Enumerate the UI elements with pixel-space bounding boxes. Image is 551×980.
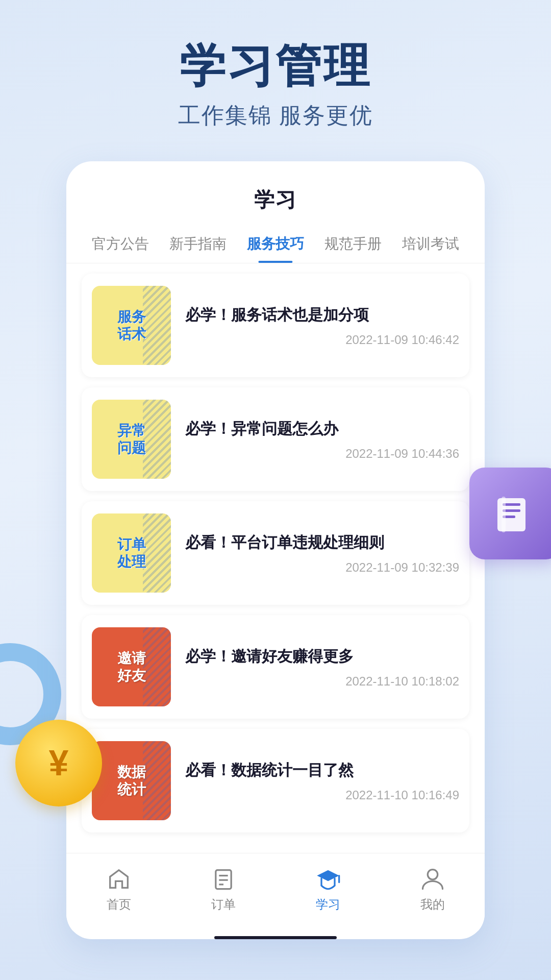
item-thumbnail-2: 异常问题 bbox=[92, 400, 171, 479]
nav-mine[interactable]: 我的 bbox=[407, 866, 458, 913]
item-title-3: 必看！平台订单违规处理细则 bbox=[185, 532, 459, 553]
item-time-2: 2022-11-09 10:44:36 bbox=[185, 447, 459, 461]
svg-rect-4 bbox=[502, 497, 506, 532]
nav-mine-label: 我的 bbox=[420, 896, 445, 913]
svg-point-9 bbox=[428, 870, 438, 880]
tab-guide[interactable]: 新手指南 bbox=[169, 234, 227, 263]
item-title-2: 必学！异常问题怎么办 bbox=[185, 418, 459, 439]
item-title-5: 必看！数据统计一目了然 bbox=[185, 760, 459, 781]
nav-order-label: 订单 bbox=[211, 896, 236, 913]
page-subtitle: 工作集锦 服务更优 bbox=[0, 101, 551, 131]
list-item[interactable]: 异常问题 必学！异常问题怎么办 2022-11-09 10:44:36 bbox=[82, 387, 469, 491]
bottom-nav: 首页 订单 bbox=[66, 853, 485, 931]
item-thumbnail-3: 订单处理 bbox=[92, 513, 171, 593]
nav-home[interactable]: 首页 bbox=[93, 866, 144, 913]
item-content-3: 必看！平台订单违规处理细则 2022-11-09 10:32:39 bbox=[185, 532, 459, 575]
item-title-1: 必学！服务话术也是加分项 bbox=[185, 304, 459, 326]
tab-exam[interactable]: 培训考试 bbox=[402, 234, 459, 263]
tab-bar: 官方公告 新手指南 服务技巧 规范手册 培训考试 bbox=[66, 219, 485, 263]
nav-order[interactable]: 订单 bbox=[198, 866, 249, 913]
learn-icon bbox=[315, 866, 341, 892]
item-content-2: 必学！异常问题怎么办 2022-11-09 10:44:36 bbox=[185, 418, 459, 461]
mine-icon bbox=[419, 866, 446, 892]
page-header: 学习管理 工作集锦 服务更优 bbox=[0, 0, 551, 161]
item-time-3: 2022-11-09 10:32:39 bbox=[185, 560, 459, 575]
deco-coin: ¥ bbox=[15, 720, 102, 806]
home-indicator bbox=[214, 936, 337, 939]
order-icon bbox=[210, 866, 237, 892]
deco-book-icon bbox=[469, 468, 551, 559]
card-title: 学习 bbox=[66, 161, 485, 214]
phone-wrapper: ¥ 学习 官方公告 新手指南 服务技巧 规范手册 培训考试 服务话术 bbox=[0, 161, 551, 939]
nav-home-label: 首页 bbox=[107, 896, 131, 913]
item-time-1: 2022-11-09 10:46:42 bbox=[185, 333, 459, 347]
item-content-5: 必看！数据统计一目了然 2022-11-10 10:16:49 bbox=[185, 760, 459, 802]
list-item[interactable]: 订单处理 必看！平台订单违规处理细则 2022-11-09 10:32:39 bbox=[82, 501, 469, 605]
tab-manual[interactable]: 规范手册 bbox=[324, 234, 382, 263]
page-title: 学习管理 bbox=[0, 41, 551, 91]
item-thumbnail-1: 服务话术 bbox=[92, 286, 171, 365]
item-content-1: 必学！服务话术也是加分项 2022-11-09 10:46:42 bbox=[185, 304, 459, 347]
page-wrapper: 学习管理 工作集锦 服务更优 ¥ 学习 官方公告 新手指南 bbox=[0, 0, 551, 980]
item-thumbnail-5: 数据统计 bbox=[92, 741, 171, 820]
home-icon bbox=[106, 866, 132, 892]
item-time-4: 2022-11-10 10:18:02 bbox=[185, 674, 459, 689]
tab-official[interactable]: 官方公告 bbox=[92, 234, 149, 263]
tab-skills[interactable]: 服务技巧 bbox=[247, 234, 304, 263]
list-item[interactable]: 数据统计 必看！数据统计一目了然 2022-11-10 10:16:49 bbox=[82, 729, 469, 832]
nav-learn[interactable]: 学习 bbox=[303, 866, 354, 913]
article-list: 服务话术 必学！服务话术也是加分项 2022-11-09 10:46:42 异常… bbox=[66, 263, 485, 853]
list-item[interactable]: 邀请好友 必学！邀请好友赚得更多 2022-11-10 10:18:02 bbox=[82, 615, 469, 719]
item-thumbnail-4: 邀请好友 bbox=[92, 627, 171, 706]
item-content-4: 必学！邀请好友赚得更多 2022-11-10 10:18:02 bbox=[185, 646, 459, 689]
list-item[interactable]: 服务话术 必学！服务话术也是加分项 2022-11-09 10:46:42 bbox=[82, 274, 469, 377]
nav-learn-label: 学习 bbox=[316, 896, 340, 913]
item-time-5: 2022-11-10 10:16:49 bbox=[185, 788, 459, 802]
item-title-4: 必学！邀请好友赚得更多 bbox=[185, 646, 459, 667]
phone-card: 学习 官方公告 新手指南 服务技巧 规范手册 培训考试 服务话术 必学！服务话术… bbox=[66, 161, 485, 939]
